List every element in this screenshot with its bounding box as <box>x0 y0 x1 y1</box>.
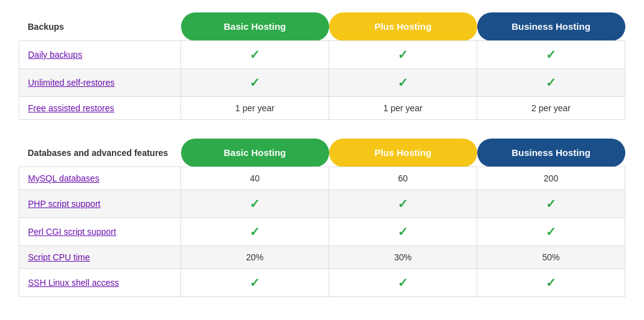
check-icon: ✓ <box>250 48 260 62</box>
databases-business-label: Business Hosting <box>511 147 590 158</box>
table-row: Free assisted restores1 per year1 per ye… <box>19 97 625 120</box>
feature-cell: Perl CGI script support <box>19 218 181 246</box>
feature-link[interactable]: Unlimited self-restores <box>28 78 114 88</box>
plus-cell: ✓ <box>329 69 477 97</box>
feature-cell: Daily backups <box>19 41 181 69</box>
basic-cell: ✓ <box>181 218 329 246</box>
check-icon: ✓ <box>546 276 556 290</box>
basic-cell: ✓ <box>181 269 329 297</box>
feature-link[interactable]: Perl CGI script support <box>28 227 116 237</box>
check-icon: ✓ <box>398 48 408 62</box>
table-row: MySQL databases4060200 <box>19 167 625 190</box>
business-cell: ✓ <box>477 69 625 97</box>
plus-cell: 60 <box>329 167 477 190</box>
table-row: Script CPU time20%30%50% <box>19 246 625 269</box>
databases-header-row: Databases and advanced features Basic Ho… <box>19 139 625 167</box>
table-row: SSH Linux shell access✓✓✓ <box>19 269 625 297</box>
feature-link[interactable]: SSH Linux shell access <box>28 278 119 288</box>
check-icon: ✓ <box>250 197 260 211</box>
basic-cell: 40 <box>181 167 329 190</box>
basic-cell: 1 per year <box>181 97 329 120</box>
feature-cell: Unlimited self-restores <box>19 69 181 97</box>
feature-link[interactable]: Daily backups <box>28 50 82 60</box>
databases-plus-header: Plus Hosting <box>329 139 477 167</box>
databases-basic-label: Basic Hosting <box>223 147 286 158</box>
feature-cell: MySQL databases <box>19 167 181 190</box>
table-row: Daily backups✓✓✓ <box>19 41 625 69</box>
table-row: Unlimited self-restores✓✓✓ <box>19 69 625 97</box>
check-icon: ✓ <box>250 225 260 239</box>
backups-section: Backups Basic Hosting Plus Hosting Busin… <box>19 12 625 120</box>
feature-link[interactable]: PHP script support <box>28 199 100 209</box>
check-icon: ✓ <box>398 197 408 211</box>
check-icon: ✓ <box>546 197 556 211</box>
check-icon: ✓ <box>398 76 408 89</box>
feature-link[interactable]: MySQL databases <box>28 173 100 183</box>
business-cell: 50% <box>477 246 625 269</box>
backups-header-row: Backups Basic Hosting Plus Hosting Busin… <box>19 12 625 41</box>
business-cell: ✓ <box>477 190 625 218</box>
check-icon: ✓ <box>250 276 260 290</box>
backups-basic-header: Basic Hosting <box>181 12 329 41</box>
check-icon: ✓ <box>546 225 556 239</box>
table-row: Perl CGI script support✓✓✓ <box>19 218 625 246</box>
business-cell: 200 <box>477 167 625 190</box>
backups-section-title: Backups <box>19 12 181 41</box>
backups-plus-label: Plus Hosting <box>375 21 432 32</box>
feature-link[interactable]: Free assisted restores <box>28 103 114 113</box>
table-row: PHP script support✓✓✓ <box>19 190 625 218</box>
databases-title-text: Databases and advanced features <box>28 148 169 158</box>
feature-cell: Free assisted restores <box>19 97 181 120</box>
check-icon: ✓ <box>398 276 408 290</box>
backups-business-label: Business Hosting <box>511 21 590 32</box>
backups-business-header: Business Hosting <box>477 12 625 41</box>
check-icon: ✓ <box>546 48 556 62</box>
databases-plus-label: Plus Hosting <box>375 147 432 158</box>
plus-cell: 1 per year <box>329 97 477 120</box>
business-cell: ✓ <box>477 41 625 69</box>
backups-table: Backups Basic Hosting Plus Hosting Busin… <box>19 12 625 120</box>
check-icon: ✓ <box>398 225 408 239</box>
databases-business-header: Business Hosting <box>477 139 625 167</box>
basic-cell: 20% <box>181 246 329 269</box>
business-cell: ✓ <box>477 269 625 297</box>
databases-section-title: Databases and advanced features <box>19 139 181 167</box>
plus-cell: ✓ <box>329 218 477 246</box>
backups-title-text: Backups <box>28 22 64 32</box>
check-icon: ✓ <box>546 76 556 89</box>
databases-basic-header: Basic Hosting <box>181 139 329 167</box>
business-cell: ✓ <box>477 218 625 246</box>
databases-table: Databases and advanced features Basic Ho… <box>19 139 625 297</box>
basic-cell: ✓ <box>181 69 329 97</box>
basic-cell: ✓ <box>181 41 329 69</box>
databases-section: Databases and advanced features Basic Ho… <box>19 139 625 297</box>
backups-basic-label: Basic Hosting <box>223 21 286 32</box>
basic-cell: ✓ <box>181 190 329 218</box>
feature-cell: PHP script support <box>19 190 181 218</box>
backups-plus-header: Plus Hosting <box>329 12 477 41</box>
check-icon: ✓ <box>250 76 260 89</box>
feature-cell: Script CPU time <box>19 246 181 269</box>
plus-cell: 30% <box>329 246 477 269</box>
plus-cell: ✓ <box>329 190 477 218</box>
plus-cell: ✓ <box>329 269 477 297</box>
feature-cell: SSH Linux shell access <box>19 269 181 297</box>
plus-cell: ✓ <box>329 41 477 69</box>
feature-link[interactable]: Script CPU time <box>28 252 90 262</box>
business-cell: 2 per year <box>477 97 625 120</box>
